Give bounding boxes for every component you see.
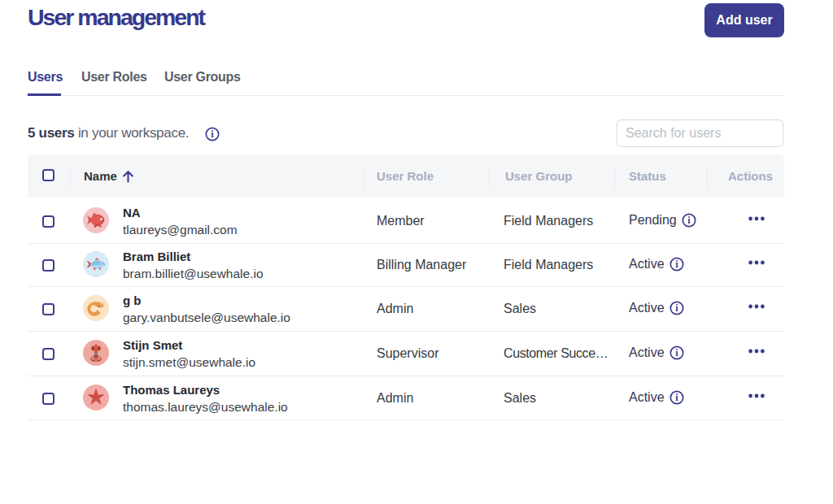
svg-text:i: i <box>675 347 678 358</box>
svg-text:i: i <box>687 215 691 226</box>
svg-text:i: i <box>675 259 678 270</box>
svg-text:i: i <box>211 128 214 140</box>
svg-text:i: i <box>675 302 678 314</box>
svg-text:i: i <box>675 392 678 403</box>
